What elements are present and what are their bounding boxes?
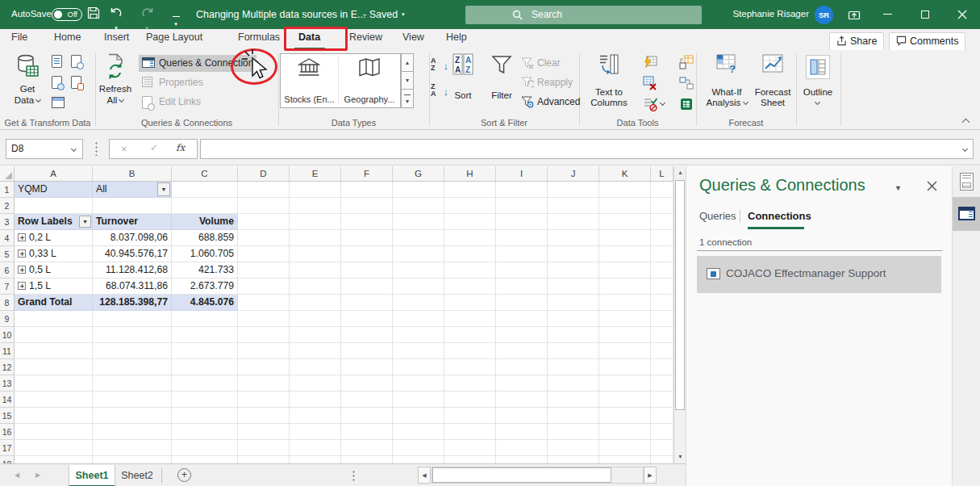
row-header-10[interactable]: 10 bbox=[0, 327, 15, 343]
flash-fill-icon[interactable] bbox=[643, 55, 657, 69]
grand-total-turnover[interactable]: 128.185.398,77 bbox=[93, 295, 172, 311]
user-name[interactable]: Stephanie Risager bbox=[714, 9, 809, 19]
column-header-g[interactable]: G bbox=[393, 166, 444, 182]
column-header-e[interactable]: E bbox=[290, 166, 341, 182]
row-header-11[interactable]: 11 bbox=[0, 343, 15, 359]
pivot-cell[interactable]: 1.060.705 bbox=[172, 246, 238, 262]
menu-tab-home[interactable]: Home bbox=[54, 31, 81, 49]
row-header-9[interactable]: 9 bbox=[0, 311, 15, 327]
sheet-tab-sheet2[interactable]: Sheet2 bbox=[116, 465, 158, 486]
new-sheet-button[interactable]: + bbox=[177, 468, 191, 482]
column-header-k[interactable]: K bbox=[599, 166, 651, 182]
pivot-field-list-icon[interactable] bbox=[960, 173, 974, 191]
text-to-columns-button[interactable]: Text to Columns bbox=[582, 53, 636, 78]
pane-tab-queries[interactable]: Queries bbox=[699, 210, 736, 222]
row-header-8[interactable]: 8 bbox=[0, 295, 15, 311]
avatar[interactable]: SR bbox=[815, 6, 833, 24]
sort-ascending-button[interactable]: AZ↓ bbox=[431, 57, 450, 78]
expand-icon[interactable] bbox=[18, 249, 26, 258]
clear-filter-button[interactable]: Clear bbox=[537, 57, 561, 69]
undo-button[interactable]: ▾ bbox=[108, 6, 124, 23]
from-text-csv-icon[interactable] bbox=[52, 55, 62, 68]
pivot-header-row-labels[interactable]: Row Labels ▼ bbox=[15, 214, 93, 230]
column-header-d[interactable]: D bbox=[238, 166, 290, 182]
get-data-button[interactable]: Get Data bbox=[8, 53, 47, 82]
pivot-cell[interactable]: 68.074.311,86 bbox=[93, 279, 172, 295]
edit-links-button[interactable]: Edit Links bbox=[139, 94, 260, 111]
cell-a1[interactable]: YQMD bbox=[15, 182, 93, 198]
menu-tab-insert[interactable]: Insert bbox=[104, 31, 129, 49]
from-table-range-icon[interactable] bbox=[52, 97, 65, 108]
saved-dropdown-icon[interactable]: ▾ bbox=[402, 11, 405, 18]
reapply-button[interactable]: Reapply bbox=[537, 77, 573, 88]
row-labels-dropdown-button[interactable]: ▼ bbox=[79, 216, 91, 228]
column-header-j[interactable]: J bbox=[548, 166, 599, 182]
data-validation-dropdown-icon[interactable] bbox=[660, 100, 665, 106]
scroll-down-icon[interactable]: ▼ bbox=[674, 450, 686, 463]
pivot-row-label[interactable]: 0,2 L bbox=[15, 230, 93, 246]
existing-connections-icon[interactable] bbox=[71, 76, 81, 89]
confirm-entry-icon[interactable]: ✓ bbox=[150, 142, 158, 153]
pivot-cell[interactable]: 8.037.098,06 bbox=[93, 230, 172, 246]
pivot-cell[interactable]: 2.673.779 bbox=[172, 279, 238, 295]
redo-button[interactable]: ▾ bbox=[139, 6, 155, 23]
row-header-12[interactable]: 12 bbox=[0, 359, 15, 375]
pane-dropdown-icon[interactable]: ▼ bbox=[895, 184, 902, 192]
pivot-cell[interactable]: 421.733 bbox=[172, 262, 238, 279]
autosave-toggle[interactable]: Off bbox=[52, 8, 82, 21]
connection-item[interactable]: COJACO Effectmanager Support bbox=[697, 256, 941, 293]
customize-quick-access-button[interactable]: ▾ bbox=[168, 8, 184, 24]
pivot-cell[interactable]: 11.128.412,68 bbox=[93, 262, 172, 279]
grand-total-volume[interactable]: 4.845.076 bbox=[172, 295, 238, 311]
column-header-i[interactable]: I bbox=[496, 166, 548, 182]
vertical-scrollbar[interactable]: ▲ ▼ bbox=[673, 166, 686, 463]
select-all-corner[interactable] bbox=[0, 166, 15, 182]
sort-button[interactable]: Z A A Z Sort bbox=[448, 53, 477, 78]
row-header-13[interactable]: 13 bbox=[0, 375, 15, 392]
what-if-analysis-button[interactable]: ? What-If Analysis bbox=[703, 53, 750, 77]
queries-and-connections-button[interactable]: Queries & Connections bbox=[139, 55, 256, 72]
sheet-next-icon[interactable]: ▶ bbox=[35, 471, 40, 479]
forecast-sheet-button[interactable]: Forecast Sheet bbox=[752, 53, 794, 77]
row-header-4[interactable]: 4 bbox=[0, 230, 15, 246]
name-box[interactable]: D8 bbox=[6, 139, 83, 159]
formula-input[interactable] bbox=[200, 139, 974, 159]
comments-button[interactable]: Comments bbox=[889, 32, 965, 51]
row-header-18[interactable]: 18 bbox=[0, 456, 15, 463]
pivot-row-label[interactable]: 1,5 L bbox=[15, 279, 93, 295]
row-header-14[interactable]: 14 bbox=[0, 392, 15, 408]
menu-tab-file[interactable]: File bbox=[11, 31, 27, 49]
minimize-button[interactable] bbox=[874, 0, 902, 29]
row-header-3[interactable]: 3 bbox=[0, 214, 15, 230]
outline-button[interactable]: Outline bbox=[799, 53, 837, 79]
queries-connections-pane-icon[interactable] bbox=[958, 207, 975, 220]
column-header-b[interactable]: B bbox=[93, 166, 172, 182]
expand-icon[interactable] bbox=[18, 266, 26, 274]
menu-tab-view[interactable]: View bbox=[402, 31, 424, 49]
tabbar-resize-handle[interactable] bbox=[352, 470, 355, 481]
relationships-icon[interactable] bbox=[679, 76, 694, 90]
gallery-more-button[interactable]: ▼ bbox=[401, 89, 414, 108]
hscroll-left-button[interactable]: ◀ bbox=[418, 467, 431, 484]
gallery-up-button[interactable]: ▲ bbox=[401, 53, 414, 72]
row-header-6[interactable]: 6 bbox=[0, 262, 15, 279]
row-header-5[interactable]: 5 bbox=[0, 246, 15, 262]
refresh-all-button[interactable]: Refresh All bbox=[97, 53, 134, 82]
formula-bar-expand-icon[interactable] bbox=[962, 146, 968, 152]
gallery-down-button[interactable]: ▼ bbox=[401, 71, 414, 90]
menu-tab-data[interactable]: Data bbox=[298, 31, 320, 49]
row-header-17[interactable]: 17 bbox=[0, 440, 15, 456]
maximize-button[interactable] bbox=[911, 0, 939, 29]
formula-bar-resize-handle[interactable] bbox=[95, 141, 98, 156]
column-header-h[interactable]: H bbox=[444, 166, 496, 182]
pivot-cell[interactable]: 688.859 bbox=[172, 230, 238, 246]
pivot-row-label[interactable]: 0,5 L bbox=[15, 262, 93, 279]
sheet-tab-sheet1[interactable]: Sheet1 bbox=[69, 465, 115, 486]
column-header-l[interactable]: L bbox=[651, 166, 673, 182]
column-header-f[interactable]: F bbox=[341, 166, 393, 182]
column-header-a[interactable]: A bbox=[15, 166, 93, 182]
stocks-card[interactable]: Stocks (En... bbox=[281, 54, 337, 107]
hscroll-right-button[interactable]: ▶ bbox=[644, 467, 657, 484]
row-header-16[interactable]: 16 bbox=[0, 424, 15, 440]
pivot-header-volume[interactable]: Volume bbox=[172, 214, 238, 230]
